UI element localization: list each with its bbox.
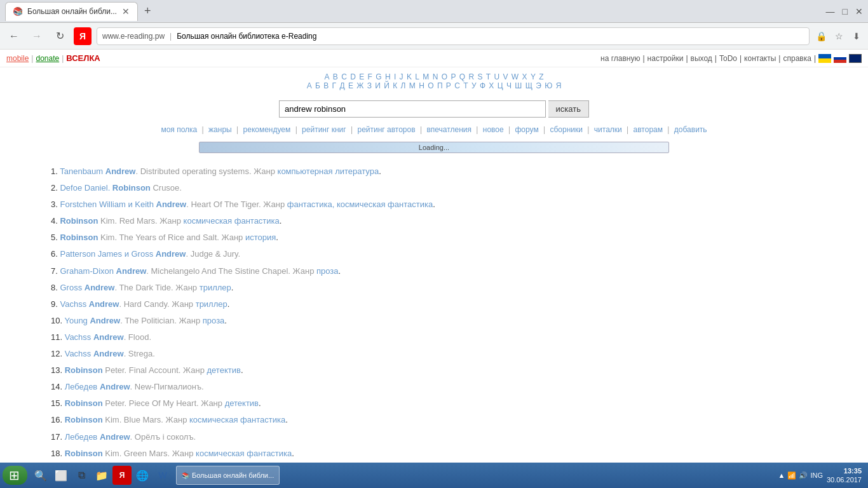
alpha-И[interactable]: И: [375, 81, 381, 90]
alpha-Р[interactable]: Р: [446, 81, 451, 90]
subnav-authors[interactable]: авторам: [634, 125, 663, 134]
nav-home-link[interactable]: на главную: [600, 54, 640, 63]
taskbar-explorer-icon[interactable]: 📁: [92, 466, 111, 485]
taskbar-clock[interactable]: 13:35 30.06.2017: [827, 466, 862, 485]
flag-russia[interactable]: [834, 54, 846, 63]
alpha-О[interactable]: О: [428, 81, 433, 90]
alpha-Ф[interactable]: Ф: [480, 81, 485, 90]
taskbar-taskview-icon[interactable]: ⧉: [72, 466, 91, 485]
result-genre-link[interactable]: фантастика, космическая фантастика: [287, 200, 433, 209]
alpha-Й[interactable]: Й: [384, 81, 390, 90]
alpha-К[interactable]: К: [393, 81, 397, 90]
browser-tab[interactable]: 📚 Большая онлайн библи... ✕: [5, 2, 138, 21]
result-link[interactable]: Gross Andrew: [60, 283, 114, 292]
tray-lang[interactable]: ING: [810, 471, 823, 479]
maximize-button[interactable]: □: [843, 6, 848, 17]
result-link[interactable]: Vachss Andrew: [60, 299, 119, 309]
subnav-book-rating[interactable]: рейтинг книг: [302, 125, 346, 134]
subnav-collections[interactable]: сборники: [550, 125, 583, 134]
alpha-У[interactable]: У: [471, 81, 477, 90]
lock-icon[interactable]: 🔒: [815, 30, 827, 43]
flag-ukraine[interactable]: [818, 54, 831, 63]
result-link[interactable]: Patterson James и Gross Andrew: [60, 249, 186, 259]
taskbar-yandex-icon[interactable]: Я: [112, 466, 132, 485]
result-link[interactable]: Robinson: [65, 449, 103, 458]
alpha-Y[interactable]: Y: [531, 72, 536, 81]
alpha-Д[interactable]: Д: [339, 81, 344, 90]
taskbar-word-icon[interactable]: W: [153, 466, 172, 485]
nav-todo-link[interactable]: ToDo: [719, 54, 737, 63]
alpha-В[interactable]: В: [323, 81, 329, 90]
result-link[interactable]: Лебедев Andrew: [65, 382, 130, 391]
alpha-Ч[interactable]: Ч: [506, 81, 512, 90]
download-icon[interactable]: ⬇: [850, 30, 863, 43]
nav-settings-link[interactable]: настройки: [648, 54, 684, 63]
subnav-impressions[interactable]: впечатления: [426, 125, 471, 134]
taskbar-ie-icon[interactable]: 🌐: [133, 466, 152, 485]
subnav-add[interactable]: добавить: [674, 125, 707, 134]
alpha-Е[interactable]: Е: [348, 81, 353, 90]
result-genre-link[interactable]: триллер: [200, 283, 231, 292]
alpha-Г[interactable]: Г: [332, 81, 337, 90]
close-button[interactable]: ✕: [855, 6, 863, 17]
alpha-А[interactable]: А: [307, 81, 312, 90]
result-genre-link[interactable]: космическая фантастика: [189, 415, 285, 424]
alpha-F[interactable]: F: [368, 72, 372, 81]
alpha-З[interactable]: З: [367, 81, 372, 90]
nav-help-link[interactable]: справка: [783, 54, 811, 63]
result-genre-link[interactable]: детектив: [207, 365, 240, 375]
subnav-genres[interactable]: жанры: [208, 125, 232, 134]
alpha-Ц[interactable]: Ц: [498, 81, 503, 90]
result-genre-link[interactable]: космическая фантастика: [184, 216, 280, 226]
alpha-J[interactable]: J: [400, 72, 403, 81]
alpha-Ж[interactable]: Ж: [356, 81, 363, 90]
alpha-D[interactable]: D: [350, 72, 356, 81]
alpha-C[interactable]: C: [341, 72, 347, 81]
alpha-Щ[interactable]: Щ: [526, 81, 532, 90]
result-link[interactable]: Young Andrew: [64, 316, 120, 325]
result-link[interactable]: Robinson: [65, 415, 103, 424]
alpha-Э[interactable]: Э: [536, 81, 541, 90]
result-genre-link[interactable]: детектив: [225, 398, 259, 408]
result-link[interactable]: Лебедев Andrew: [65, 432, 130, 442]
subnav-readers[interactable]: читалки: [594, 125, 622, 134]
result-link[interactable]: Robinson: [65, 365, 103, 375]
alpha-Ш[interactable]: Ш: [515, 81, 522, 90]
result-genre-link[interactable]: компьютерная литература: [278, 166, 379, 176]
tray-volume-icon[interactable]: 🔊: [799, 471, 808, 480]
alpha-Z[interactable]: Z: [539, 72, 543, 81]
tab-close-button[interactable]: ✕: [122, 6, 130, 17]
taskbar-search-icon[interactable]: 🔍: [31, 466, 50, 485]
alpha-G[interactable]: G: [376, 72, 381, 81]
result-genre-link[interactable]: космическая фантастика: [196, 449, 292, 458]
alpha-H[interactable]: H: [385, 72, 391, 81]
alpha-W[interactable]: W: [512, 72, 519, 81]
result-link[interactable]: Graham-Dixon Andrew: [60, 266, 146, 276]
taskbar-cortana-icon[interactable]: ⬜: [51, 466, 71, 485]
result-link[interactable]: Forstchen William и Keith Andrew: [60, 200, 186, 209]
alpha-Я[interactable]: Я: [556, 81, 562, 90]
result-genre-link[interactable]: триллер: [196, 299, 227, 309]
taskbar-active-app[interactable]: 📚 Большая онлайн библи...: [176, 466, 280, 485]
alpha-Х[interactable]: Х: [489, 81, 494, 90]
alpha-E[interactable]: E: [359, 72, 364, 81]
nav-mobile-link[interactable]: mobile: [6, 54, 29, 63]
alpha-I[interactable]: I: [394, 72, 396, 81]
alpha-Б[interactable]: Б: [315, 81, 320, 90]
alpha-С[interactable]: С: [454, 81, 460, 90]
flag-english[interactable]: [849, 54, 862, 63]
alpha-X[interactable]: X: [522, 72, 527, 81]
alpha-П[interactable]: П: [437, 81, 443, 90]
alpha-T[interactable]: T: [486, 72, 491, 81]
result-link[interactable]: Tanenbaum Andrew: [60, 166, 135, 176]
alpha-Ю[interactable]: Ю: [545, 81, 552, 90]
alpha-O[interactable]: O: [442, 72, 447, 81]
result-link[interactable]: Robinson: [60, 233, 98, 242]
alpha-Л[interactable]: Л: [401, 81, 406, 90]
result-link[interactable]: Robinson: [60, 216, 98, 226]
nav-donate-link[interactable]: donate: [36, 54, 59, 63]
alpha-R[interactable]: R: [468, 72, 474, 81]
tray-arrow[interactable]: ▲: [778, 471, 785, 479]
alpha-M[interactable]: M: [423, 72, 429, 81]
alpha-М[interactable]: М: [409, 81, 416, 90]
